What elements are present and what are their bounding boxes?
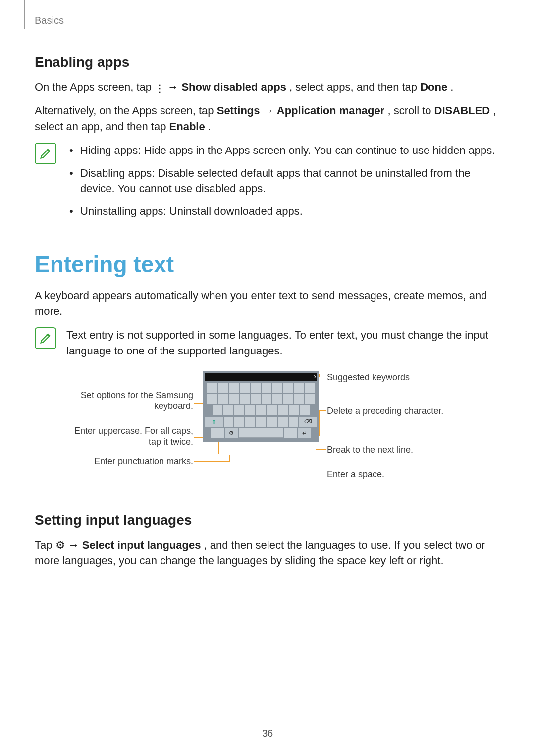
note-block: Hiding apps: Hide apps in the Apps scree…	[35, 143, 500, 227]
text: , scroll to	[387, 104, 434, 117]
text-bold: Settings	[217, 104, 260, 117]
callout-left-options: Set options for the Samsung keyboard.	[64, 390, 193, 412]
key	[267, 405, 277, 415]
heading-entering-text: Entering text	[35, 251, 500, 278]
side-rule	[24, 0, 25, 29]
key	[234, 417, 244, 427]
key	[289, 405, 299, 415]
key	[229, 394, 239, 404]
key-row	[205, 394, 317, 404]
key	[283, 383, 293, 393]
key	[245, 405, 255, 415]
key	[211, 428, 224, 438]
key	[207, 383, 217, 393]
text-bold: Show disabled apps	[181, 81, 286, 93]
note-icon	[35, 143, 56, 164]
text-bold: DISABLED	[434, 104, 490, 117]
callout-left-punctuation: Enter punctuation marks.	[64, 456, 193, 467]
key	[294, 383, 304, 393]
text: Tap	[35, 539, 55, 551]
key	[300, 405, 310, 415]
note-icon-container	[35, 143, 56, 227]
callout-right-delete: Delete a preceding character.	[327, 405, 443, 417]
lead-line	[319, 374, 320, 377]
text: →	[68, 539, 82, 551]
key	[240, 383, 250, 393]
pencil-note-icon	[39, 147, 53, 160]
key	[213, 405, 222, 415]
key	[278, 405, 288, 415]
text: , select apps, and then tap	[289, 81, 420, 93]
pencil-note-icon	[39, 331, 53, 345]
enabling-apps-p2: Alternatively, on the Apps screen, tap S…	[35, 103, 500, 135]
key	[224, 417, 234, 427]
note-body: Text entry is not supported in some lang…	[66, 327, 500, 359]
note-bullet-list: Hiding apps: Hide apps in the Apps scree…	[66, 143, 500, 220]
text-bold: Done	[420, 81, 447, 93]
text: .	[208, 120, 211, 133]
key	[207, 394, 217, 404]
keyboard-figure: Set options for the Samsung keyboard. En…	[64, 371, 471, 495]
text: Alternatively, on the Apps screen, tap	[35, 104, 217, 117]
text-bold: Enable	[169, 120, 205, 133]
page-number: 36	[0, 728, 535, 739]
shift-key-icon: ⇧	[205, 417, 223, 427]
setting-input-languages-p: Tap → Select input languages , and then …	[35, 537, 500, 569]
list-item: Uninstalling apps: Uninstall downloaded …	[66, 203, 500, 219]
callout-right-space: Enter a space.	[327, 469, 384, 480]
key	[272, 383, 282, 393]
enabling-apps-p1: On the Apps screen, tap → Show disabled …	[35, 79, 500, 96]
enter-key-icon: ↵	[298, 428, 311, 438]
key	[251, 394, 261, 404]
key-row: ⇧ ⌫	[205, 417, 317, 427]
callout-left-uppercase: Enter uppercase. For all caps, tap it tw…	[64, 425, 193, 448]
key	[283, 394, 293, 404]
text: →	[167, 81, 181, 93]
lead-line	[319, 410, 326, 411]
lead-line	[319, 410, 320, 436]
text-bold: Select input languages	[82, 539, 201, 551]
key	[284, 428, 297, 438]
suggestion-bar: ›	[205, 373, 317, 381]
key	[218, 383, 228, 393]
text-bold: Application manager	[277, 104, 385, 117]
key	[223, 405, 233, 415]
chevron-right-icon: ›	[314, 372, 316, 380]
note-icon	[35, 327, 56, 349]
list-item: Hiding apps: Hide apps in the Apps scree…	[66, 143, 500, 158]
key	[240, 394, 250, 404]
key	[251, 383, 261, 393]
space-key	[239, 428, 283, 438]
heading-setting-input-languages: Setting input languages	[35, 512, 500, 528]
callout-right-suggested: Suggested keywords	[327, 372, 410, 383]
key	[262, 394, 271, 404]
lead-line	[194, 461, 229, 462]
text: On the Apps screen, tap	[35, 81, 155, 93]
key	[218, 394, 228, 404]
note-body: Hiding apps: Hide apps in the Apps scree…	[66, 143, 500, 227]
gear-icon	[55, 539, 65, 551]
key	[262, 383, 271, 393]
more-options-icon	[155, 80, 164, 96]
heading-enabling-apps: Enabling apps	[35, 54, 500, 70]
lead-line	[268, 474, 326, 475]
content: Enabling apps On the Apps screen, tap → …	[35, 54, 500, 569]
gear-key-icon: ⚙	[225, 428, 238, 438]
key	[305, 394, 315, 404]
text: Text entry is not supported in some lang…	[66, 329, 488, 357]
callout-right-newline: Break to the next line.	[327, 444, 413, 455]
key	[305, 383, 315, 393]
note-icon-container	[35, 327, 56, 359]
entering-text-intro: A keyboard appears automatically when yo…	[35, 288, 500, 319]
key	[229, 383, 239, 393]
lead-line	[319, 377, 326, 378]
key	[234, 405, 244, 415]
lead-line	[268, 455, 268, 474]
page: Basics Enabling apps On the Apps screen,…	[0, 0, 535, 756]
key	[256, 417, 266, 427]
key	[256, 405, 266, 415]
key-row	[205, 383, 317, 393]
breadcrumb: Basics	[35, 15, 64, 26]
key	[289, 417, 299, 427]
key	[267, 417, 277, 427]
